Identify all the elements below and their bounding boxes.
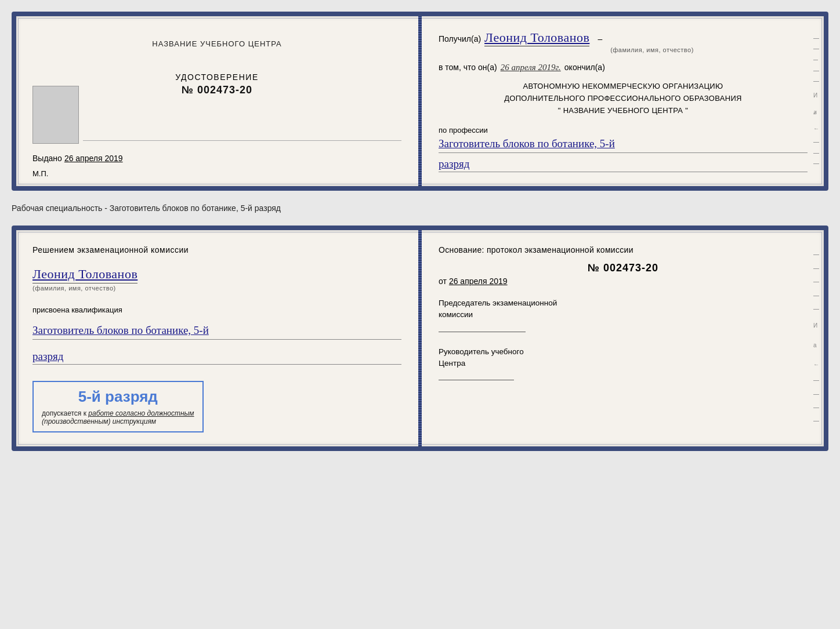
top-certificate: НАЗВАНИЕ УЧЕБНОГО ЦЕНТРА УДОСТОВЕРЕНИЕ №… (12, 12, 828, 191)
rabote-text: работе согласно должностным (88, 409, 194, 417)
org-line1: АВТОНОМНУЮ НЕКОММЕРЧЕСКУЮ ОРГАНИЗАЦИЮ (439, 81, 808, 93)
ot-line: от 26 апреля 2019 (439, 277, 808, 286)
profession-bottom-line1: Заготовитель блоков по ботанике, 5-й (32, 323, 401, 340)
vtom-date: 26 апреля 2019г. (501, 63, 561, 72)
dash-top: – (598, 34, 602, 43)
rukovoditel-block: Руководитель учебного Центра (439, 346, 808, 381)
rukovoditel-signature-line (439, 380, 514, 380)
protocol-number: № 002473-20 (439, 262, 808, 274)
poluchil-text: Получил(a) (439, 34, 481, 43)
org-block: АВТОНОМНУЮ НЕКОММЕРЧЕСКУЮ ОРГАНИЗАЦИЮ ДО… (439, 81, 808, 117)
vtom-text: в том, что он(а) (439, 63, 497, 72)
profession-line1: Заготовитель блоков по ботанике, 5-й (439, 137, 808, 153)
mp-label: М.П. (32, 169, 48, 178)
udostoverenie-title: УДОСТОВЕРЕНИЕ (175, 72, 258, 82)
recipient-name-bottom: Леонид Толованов (32, 267, 137, 281)
predsedatel-signature-line (439, 332, 526, 332)
stamp-rank-text: 5-й разряд (42, 388, 194, 406)
org-line2: ДОПОЛНИТЕЛЬНОГО ПРОФЕССИОНАЛЬНОГО ОБРАЗО… (439, 93, 808, 105)
profession-bottom-line2: разряд (32, 350, 401, 365)
ot-label: от (439, 277, 447, 286)
udostoverenie-number: № 002473-20 (175, 84, 258, 96)
bottom-right-side-deco: И а ← (813, 230, 820, 446)
razryad-text-top: разряд (439, 158, 469, 170)
vydano-label: Выдано (32, 154, 62, 163)
side-arrow: ← (813, 361, 820, 368)
top-cert-right: Получил(a) Леонид Толованов – (фамилия, … (418, 16, 824, 186)
rukovoditel-line2: Центра (439, 358, 808, 369)
profession-line2: разряд (439, 158, 808, 172)
razryad-bottom: разряд (32, 350, 63, 362)
resheniyem-text: Решением экзаменационной комиссии (32, 244, 189, 256)
rukovoditel-line1: Руководитель учебного (439, 346, 808, 358)
fio-subtext-top: (фамилия, имя, отчество) (497, 46, 808, 53)
school-name-label: НАЗВАНИЕ УЧЕБНОГО ЦЕНТРА (152, 39, 281, 48)
po-professii-label: по профессии (439, 126, 488, 134)
org-quote: " НАЗВАНИЕ УЧЕБНОГО ЦЕНТРА " (439, 105, 808, 117)
predsedatel-line2: комиссии (439, 309, 808, 321)
divider-line (83, 140, 401, 141)
profession-text1: Заготовитель блоков по ботанике, 5-й (439, 137, 615, 150)
predsedatel-block: Председатель экзаменационной комиссии (439, 297, 808, 332)
name-underline-bottom: Леонид Толованов (32, 267, 137, 283)
predsedatel-line1: Председатель экзаменационной (439, 297, 808, 309)
top-cert-left: НАЗВАНИЕ УЧЕБНОГО ЦЕНТРА УДОСТОВЕРЕНИЕ №… (16, 16, 418, 186)
side-a: а (813, 342, 820, 348)
vtom-line: в том, что он(а) 26 апреля 2019г. окончи… (439, 63, 808, 72)
udostoverenie-block: УДОСТОВЕРЕНИЕ № 002473-20 (175, 72, 258, 96)
bottom-cert-left: Решением экзаменационной комиссии Леонид… (16, 230, 418, 446)
po-professii-block: по профессии (439, 126, 808, 134)
fio-subtext-bottom: (фамилия, имя, отчество) (32, 285, 137, 292)
vydano-date: 26 апреля 2019 (64, 154, 123, 163)
bottom-certificate: Решением экзаменационной комиссии Леонид… (12, 226, 828, 451)
received-line: Получил(a) Леонид Толованов – (439, 30, 808, 45)
profession-bottom-text1: Заготовитель блоков по ботанике, 5-й (32, 324, 209, 336)
bottom-cert-right: Основание: протокол экзаменационной коми… (418, 230, 824, 446)
bottom-left-side-deco (20, 230, 27, 446)
photo-placeholder (32, 86, 79, 144)
protocol-date: 26 апреля 2019 (449, 277, 508, 286)
page-wrapper: НАЗВАНИЕ УЧЕБНОГО ЦЕНТРА УДОСТОВЕРЕНИЕ №… (12, 12, 828, 451)
prisvoena-text: присвоена квалификация (32, 306, 122, 314)
dopuskaetsya-text: допускается к работе согласно должностны… (42, 409, 194, 417)
instruktsiyam-text: (производственным) инструкциям (42, 417, 194, 426)
vydano-line: Выдано 26 апреля 2019 (32, 154, 123, 163)
side-decoration: И ⱥ ← (813, 16, 820, 186)
okonchil-text: окончил(а) (564, 63, 605, 72)
recipient-name-top: Леонид Толованов (484, 30, 589, 45)
name-block-bottom: Леонид Толованов (фамилия, имя, отчество… (32, 267, 137, 292)
stamp-box: 5-й разряд допускается к работе согласно… (32, 381, 204, 432)
separator-text: Рабочая специальность - Заготовитель бло… (12, 200, 828, 216)
side-И: И (813, 322, 820, 329)
osnovanie-text: Основание: протокол экзаменационной коми… (439, 244, 808, 256)
